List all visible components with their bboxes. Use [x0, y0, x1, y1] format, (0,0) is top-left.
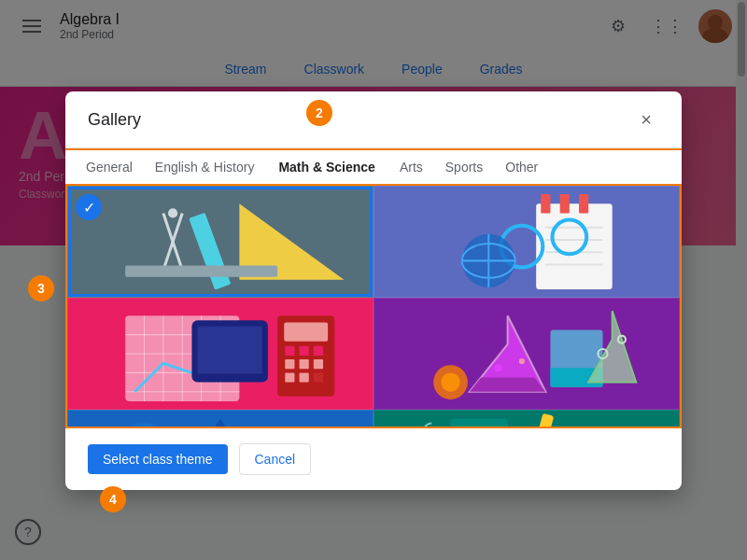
svg-rect-36 [285, 346, 294, 356]
gallery-item-1[interactable]: ✓ [67, 186, 374, 298]
gallery-item-4[interactable] [374, 298, 680, 410]
svg-marker-55 [182, 418, 259, 428]
close-button[interactable]: × [633, 106, 659, 133]
svg-point-52 [441, 372, 459, 391]
svg-rect-39 [285, 359, 294, 369]
svg-rect-41 [314, 359, 323, 369]
math-6-illustration [374, 411, 679, 428]
cancel-button[interactable]: Cancel [239, 443, 312, 475]
category-english-history[interactable]: English & History [146, 150, 264, 184]
modal-footer: Select class theme Cancel [65, 428, 682, 490]
math-tools-illustration [68, 187, 373, 297]
svg-rect-38 [314, 346, 323, 356]
category-math-science[interactable]: Math & Science [267, 150, 386, 184]
gallery-item-3[interactable] [67, 298, 374, 410]
svg-rect-64 [529, 413, 554, 428]
svg-rect-11 [579, 194, 588, 213]
step-circle-4: 4 [100, 486, 126, 512]
gallery-modal: Gallery × General English & History Math… [65, 91, 682, 490]
svg-rect-3 [189, 213, 231, 290]
category-general[interactable]: General [77, 150, 142, 184]
svg-rect-44 [314, 372, 323, 382]
select-theme-button[interactable]: Select class theme [88, 444, 228, 474]
svg-rect-42 [285, 372, 294, 382]
modal-title: Gallery [88, 110, 141, 130]
gallery-grid: ✓ [65, 186, 682, 428]
svg-point-45 [494, 364, 501, 371]
step-circle-2: 2 [306, 100, 332, 126]
chemistry-illustration [374, 299, 679, 409]
step-circle-3: 3 [28, 275, 54, 301]
svg-rect-10 [560, 194, 570, 213]
svg-point-6 [168, 208, 177, 217]
books-illustration [374, 187, 679, 297]
svg-rect-40 [300, 359, 309, 369]
gallery-item-2[interactable] [374, 186, 680, 298]
gallery-item-5[interactable] [67, 410, 374, 428]
svg-rect-8 [536, 203, 613, 289]
svg-rect-37 [300, 346, 309, 356]
svg-point-46 [519, 358, 525, 364]
svg-rect-9 [541, 194, 550, 213]
gallery-item-6[interactable] [374, 410, 680, 428]
category-sports[interactable]: Sports [436, 150, 492, 184]
svg-rect-35 [284, 322, 328, 341]
category-other[interactable]: Other [496, 150, 547, 184]
svg-rect-33 [198, 326, 262, 373]
modal-header: Gallery × [65, 91, 682, 148]
svg-rect-43 [300, 372, 309, 382]
calculator-illustration [68, 299, 373, 409]
check-badge: ✓ [76, 194, 102, 220]
category-arts[interactable]: Arts [390, 150, 432, 184]
math-5-illustration [68, 411, 373, 428]
svg-rect-60 [451, 418, 508, 428]
category-tabs: General English & History Math & Science… [65, 148, 682, 186]
svg-rect-7 [125, 265, 277, 276]
